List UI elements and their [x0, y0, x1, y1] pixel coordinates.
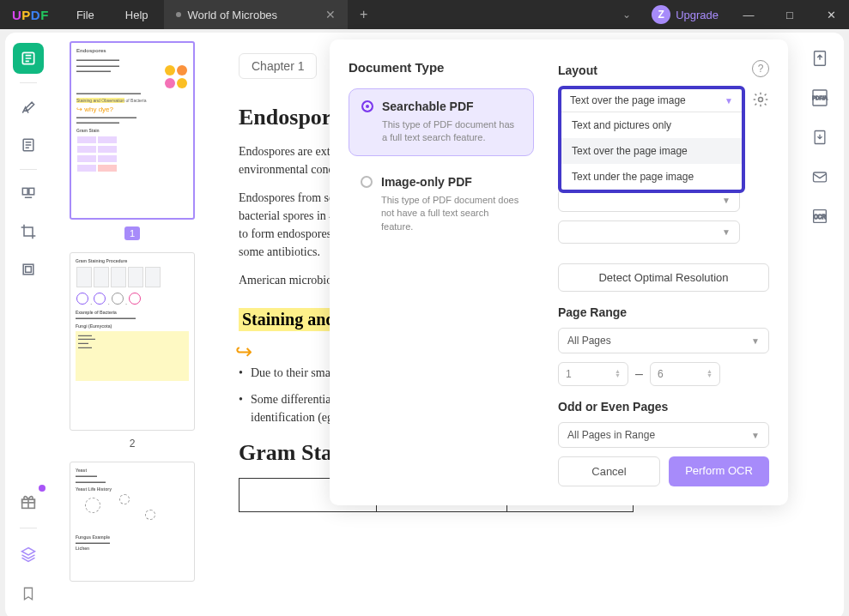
page-thumbnail-2[interactable]: Gram Staining Procedure - - - Example of…: [70, 252, 195, 431]
page-to-input[interactable]: 6 ▲▼: [650, 362, 720, 386]
chevron-down-icon[interactable]: ⌄: [614, 9, 640, 21]
radio-off-icon: [361, 176, 373, 188]
layout-selected[interactable]: Text over the page image ▼: [561, 89, 742, 112]
arrow-annotation-icon: ↪: [235, 340, 252, 364]
detect-resolution-button[interactable]: Detect Optimal Resolution: [558, 263, 769, 292]
svg-rect-3: [29, 188, 34, 195]
layout-dropdown[interactable]: Text over the page image ▼ Text and pict…: [558, 86, 745, 193]
edit-tool-icon[interactable]: [13, 130, 44, 160]
searchable-pdf-option[interactable]: Searchable PDF This type of PDF document…: [349, 88, 534, 156]
left-toolbar: [5, 33, 52, 616]
option-label: Image-only PDF: [381, 175, 472, 189]
spinner-icon[interactable]: ▲▼: [615, 370, 621, 378]
radio-on-icon: [361, 100, 373, 112]
avatar: Z: [652, 5, 670, 24]
page-thumbnail-3[interactable]: Yeast ▬▬▬▬▬▬▬▬▬▬▬▬ Yeast Life History Fu…: [70, 462, 195, 582]
chapter-tab[interactable]: Chapter 1: [239, 53, 317, 79]
layout-option[interactable]: Text and pictures only: [561, 112, 742, 138]
svg-text:OCR: OCR: [814, 214, 827, 220]
menu-help[interactable]: Help: [110, 9, 164, 21]
bookmark-icon[interactable]: [13, 578, 44, 609]
comment-tool-icon[interactable]: [13, 92, 44, 123]
organize-tool-icon[interactable]: [13, 178, 44, 209]
range-separator: –: [635, 366, 643, 382]
svg-text:PDF/A: PDF/A: [812, 95, 828, 100]
svg-rect-5: [26, 267, 32, 273]
option-description: This type of PDF document has a full tex…: [361, 118, 521, 145]
titlebar: UPDF File Help World of Microbes ✕ + ⌄ Z…: [0, 0, 849, 29]
upgrade-button[interactable]: Z Upgrade: [645, 3, 725, 26]
odd-even-title: Odd or Even Pages: [558, 400, 769, 414]
document-type-title: Document Type: [349, 60, 534, 75]
svg-rect-2: [22, 188, 27, 195]
minimize-button[interactable]: —: [731, 0, 767, 29]
close-button[interactable]: ✕: [813, 0, 849, 29]
resolution-select[interactable]: ▼: [558, 220, 740, 244]
pdfa-icon[interactable]: PDF/A: [808, 86, 832, 110]
perform-ocr-button[interactable]: Perform OCR: [669, 456, 769, 486]
page-range-title: Page Range: [558, 305, 769, 319]
help-icon[interactable]: ?: [752, 60, 769, 77]
page-range-select[interactable]: All Pages ▼: [558, 328, 769, 353]
redact-tool-icon[interactable]: [13, 254, 44, 285]
page-thumbnail-1[interactable]: Endospores ▬▬▬▬▬▬▬▬▬▬▬▬▬▬▬▬▬▬▬▬▬▬▬▬▬▬▬▬ …: [70, 41, 195, 220]
export-icon[interactable]: [808, 46, 832, 70]
caret-down-icon: ▼: [751, 431, 760, 440]
mail-icon[interactable]: [808, 165, 832, 189]
tab-indicator: [176, 12, 181, 17]
reader-tool-icon[interactable]: [13, 43, 44, 74]
menu-file[interactable]: File: [61, 9, 110, 21]
maximize-button[interactable]: □: [772, 0, 808, 29]
option-label: Searchable PDF: [382, 100, 474, 113]
ocr-settings-panel: Document Type Searchable PDF This type o…: [330, 39, 788, 505]
layout-title: Layout: [558, 63, 769, 77]
gift-icon[interactable]: [13, 486, 44, 517]
page-number: 2: [60, 438, 204, 450]
page-from-input[interactable]: 1 ▲▼: [558, 362, 628, 386]
cancel-button[interactable]: Cancel: [558, 456, 660, 486]
document-tab[interactable]: World of Microbes ✕: [164, 0, 349, 29]
upgrade-label: Upgrade: [676, 9, 719, 21]
page-number-badge: 1: [124, 226, 140, 240]
caret-down-icon: ▼: [725, 96, 733, 106]
crop-tool-icon[interactable]: [13, 216, 44, 247]
ocr-icon[interactable]: OCR: [808, 204, 832, 228]
option-description: This type of PDF document does not have …: [361, 194, 522, 233]
tab-title: World of Microbes: [188, 9, 278, 21]
thumbnail-panel: Endospores ▬▬▬▬▬▬▬▬▬▬▬▬▬▬▬▬▬▬▬▬▬▬▬▬▬▬▬▬ …: [52, 33, 213, 616]
svg-rect-11: [814, 172, 827, 182]
new-tab-button[interactable]: +: [348, 7, 379, 22]
caret-down-icon: ▼: [751, 336, 760, 346]
layout-option[interactable]: Text over the page image: [561, 138, 742, 164]
app-logo: UPDF: [0, 8, 61, 22]
layers-icon[interactable]: [13, 539, 44, 570]
tab-close-button[interactable]: ✕: [322, 8, 339, 21]
save-icon[interactable]: [808, 125, 832, 149]
layout-option[interactable]: Text under the page image: [561, 164, 742, 190]
odd-even-select[interactable]: All Pages in Range ▼: [558, 422, 769, 448]
spinner-icon[interactable]: ▲▼: [706, 370, 713, 378]
image-only-pdf-option[interactable]: Image-only PDF This type of PDF document…: [349, 165, 534, 244]
right-toolbar: PDF/A OCR: [796, 33, 844, 616]
